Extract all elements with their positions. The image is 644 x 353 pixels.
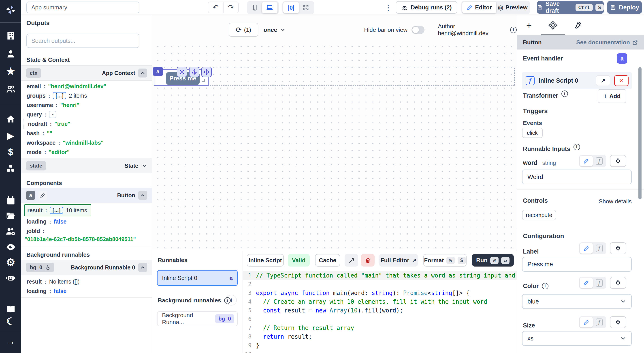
bg0-row-loading[interactable]: loading: false xyxy=(21,286,152,296)
expand-component-button[interactable] xyxy=(177,67,187,77)
code-line[interactable]: 2 xyxy=(243,280,517,288)
collapse-bg0-button[interactable] xyxy=(138,263,147,272)
rename-component-button[interactable] xyxy=(38,191,47,200)
code-line[interactable]: 5 const result = new Array(10).fill(word… xyxy=(243,306,517,315)
schedules-calendar-icon[interactable] xyxy=(0,195,21,206)
ctx-header-row[interactable]: ctx App Context xyxy=(21,65,152,81)
expr-mode-button[interactable]: ƒ xyxy=(593,279,606,287)
output-row-groups[interactable]: groups: [...] 2 items xyxy=(21,91,152,100)
expand-rail-arrow-icon[interactable]: → xyxy=(0,336,21,347)
static-mode-button[interactable] xyxy=(580,277,593,288)
script-name-button[interactable]: Inline Script xyxy=(247,254,284,266)
code-line[interactable]: 8 return result; xyxy=(243,332,517,341)
groups-admin-icon[interactable] xyxy=(0,226,21,237)
chevron-down-icon[interactable] xyxy=(142,163,147,169)
debug-runs-button[interactable]: Debug runs (2) xyxy=(396,1,458,14)
color-select[interactable]: blue xyxy=(522,294,632,309)
run-button[interactable]: Run ⌘ ↵ xyxy=(472,254,514,266)
workspace-building-icon[interactable] xyxy=(0,31,21,41)
theme-tab[interactable] xyxy=(572,20,583,31)
component-a-header-row[interactable]: a Button xyxy=(21,188,152,203)
move-component-button[interactable] xyxy=(202,67,212,77)
deploy-button[interactable]: Deploy xyxy=(607,1,642,14)
redo-button[interactable]: ↷ xyxy=(224,2,238,13)
info-icon[interactable]: i xyxy=(562,91,568,97)
code-lines[interactable]: 1// TypeScript function called "main" th… xyxy=(243,271,517,353)
word-value-input[interactable]: Weird xyxy=(522,170,632,184)
size-connect-button[interactable] xyxy=(610,316,626,328)
centered-layout-button[interactable]: |0| xyxy=(283,2,299,13)
favorites-star-icon[interactable]: ★ xyxy=(0,66,21,77)
size-select[interactable]: xs xyxy=(522,331,632,346)
output-row-mode[interactable]: mode: "editor" xyxy=(21,147,152,157)
delete-script-button[interactable] xyxy=(361,254,374,266)
editor-tab[interactable]: Editor xyxy=(462,2,496,13)
resources-cubes-icon[interactable] xyxy=(0,163,21,174)
collapse-ctx-button[interactable] xyxy=(138,69,147,78)
refresh-app-button[interactable]: ⟳ (1) xyxy=(229,23,258,37)
output-row-query[interactable]: query: - xyxy=(21,110,152,119)
settings-gear-icon[interactable]: ⚙ xyxy=(0,257,21,268)
panel-scrollbar-thumb[interactable] xyxy=(638,67,642,199)
inline-script-row[interactable]: ƒ Inline Script 0 ↗ × xyxy=(522,72,632,89)
app-summary-input[interactable]: App summary xyxy=(26,2,140,13)
code-line[interactable]: 9} xyxy=(243,341,517,350)
docs-book-icon[interactable] xyxy=(0,304,21,315)
code-line[interactable]: 10 xyxy=(243,350,517,353)
preview-tab[interactable]: ◎ Preview xyxy=(496,2,529,13)
windmill-logo-icon[interactable] xyxy=(0,4,21,16)
collapse-component-button[interactable] xyxy=(138,191,147,200)
expr-mode-button[interactable]: ƒ xyxy=(593,157,606,165)
bg0-row-result[interactable]: result: No items ([]) xyxy=(21,277,152,286)
groups-icon[interactable] xyxy=(0,84,21,95)
code-line[interactable]: 6 xyxy=(243,315,517,323)
undo-button[interactable]: ↶ xyxy=(208,2,224,13)
bg0-header-row[interactable]: bg_0 Background Runnable 0 xyxy=(21,260,152,275)
code-line[interactable]: 7 // Return the result array xyxy=(243,323,517,332)
array-badge[interactable]: [...] xyxy=(53,92,66,99)
format-button[interactable]: Format ⌘ S xyxy=(423,254,466,266)
see-documentation-link[interactable]: See documentation xyxy=(576,39,638,46)
home-icon[interactable] xyxy=(0,114,21,125)
static-mode-button[interactable] xyxy=(580,243,593,253)
add-background-runnable-button[interactable]: + xyxy=(226,295,237,305)
runnable-item-selected[interactable]: Inline Script 0 a xyxy=(157,270,238,286)
output-row-nodraft[interactable]: nodraft: "true" xyxy=(24,119,152,129)
insert-component-tab[interactable]: + xyxy=(524,20,534,31)
recompute-chip[interactable]: recompute xyxy=(522,210,556,220)
code-line[interactable]: 3export async function main(word: string… xyxy=(243,288,517,297)
output-row-hash[interactable]: hash: "" xyxy=(21,129,152,138)
mobile-view-button[interactable] xyxy=(248,2,262,13)
ai-assist-button[interactable] xyxy=(344,254,358,266)
background-runnable-item[interactable]: Background Runna... bg_0 xyxy=(157,311,238,326)
resize-handle[interactable] xyxy=(202,79,205,82)
show-details-link[interactable]: Show details xyxy=(595,198,632,205)
output-row-username[interactable]: username: "henri" xyxy=(21,100,152,110)
code-line[interactable]: 1// TypeScript function called "main" th… xyxy=(243,271,517,280)
user-icon[interactable] xyxy=(0,48,21,59)
code-line[interactable]: 4 // Create an array with 10 elements, f… xyxy=(243,297,517,306)
color-connect-button[interactable] xyxy=(610,277,626,289)
component-settings-tab[interactable] xyxy=(547,20,558,31)
state-header-row[interactable]: state State xyxy=(21,158,152,173)
click-event-chip[interactable]: click xyxy=(522,128,543,138)
full-editor-button[interactable]: Full Editor ↗ xyxy=(379,254,418,266)
hide-bar-toggle[interactable] xyxy=(412,26,424,34)
fullwidth-layout-button[interactable] xyxy=(299,2,313,13)
open-script-button[interactable]: ↗ xyxy=(596,75,610,86)
info-icon[interactable]: i xyxy=(542,283,548,289)
runs-play-icon[interactable]: ▶ xyxy=(0,130,21,141)
ai-robot-icon[interactable] xyxy=(0,273,21,283)
cache-button[interactable]: Cache xyxy=(315,254,340,266)
audit-eye-icon[interactable] xyxy=(0,242,21,252)
more-menu-button[interactable]: ⋮ xyxy=(384,2,393,14)
output-row-email[interactable]: email: "henri@windmill.dev" xyxy=(21,82,152,91)
expr-mode-button[interactable]: ƒ xyxy=(593,245,606,252)
dark-mode-moon-icon[interactable]: ☾ xyxy=(0,316,21,326)
static-mode-button[interactable] xyxy=(580,317,593,327)
output-row-jobid[interactable]: jobId: xyxy=(21,226,152,236)
desktop-view-button[interactable] xyxy=(262,2,278,13)
refresh-mode-dropdown[interactable]: once xyxy=(264,23,286,37)
remove-script-button[interactable]: × xyxy=(614,75,628,86)
object-badge[interactable]: - xyxy=(49,111,56,118)
